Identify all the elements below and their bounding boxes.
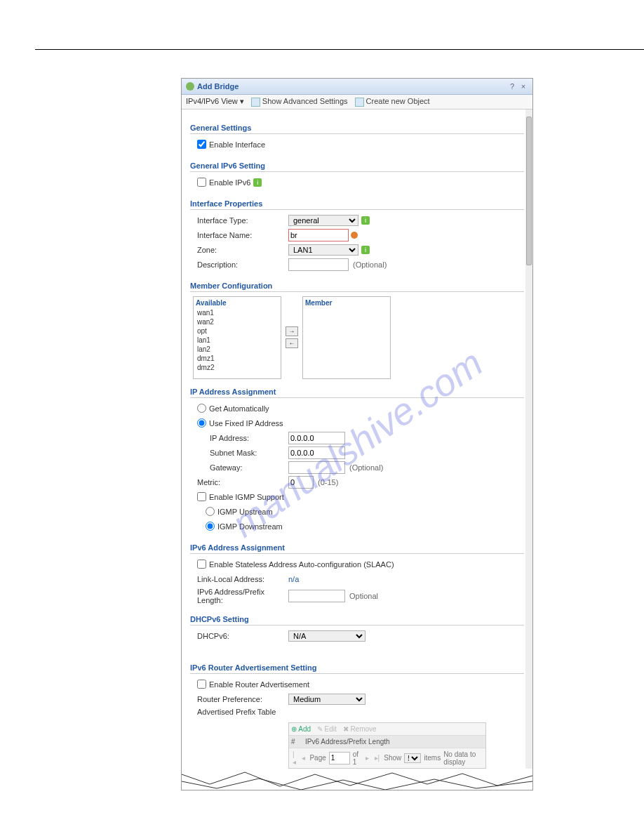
description-input[interactable] [288,258,349,271]
list-item[interactable]: dmz2 [196,363,279,372]
subnet-mask-input[interactable] [288,446,345,459]
member-legend: Member [305,299,388,307]
dialog-title: Add Bridge [197,82,506,91]
metric-hint: (0-15) [318,478,338,486]
first-page-button[interactable]: |◂ [291,750,297,766]
iface-name-input[interactable] [288,229,349,241]
ip-address-input[interactable] [288,432,345,444]
list-item[interactable]: wan2 [196,317,279,326]
view-dropdown[interactable]: IPv4/IPv6 View ▾ [186,97,244,106]
igmp-upstream-radio[interactable] [206,507,215,516]
section-member-config: Member Configuration [190,273,524,292]
move-right-button[interactable]: → [286,326,298,336]
section-general: General Settings [190,115,524,134]
prev-page-button[interactable]: ◂ [300,754,307,762]
col-num: # [291,738,305,746]
dhcpv6-label: DHCPv6: [197,632,288,640]
iface-type-select[interactable]: general [288,215,358,226]
table-edit-button[interactable]: ✎ Edit [317,725,337,733]
new-icon [355,98,364,107]
create-object-button[interactable]: Create new Object [355,97,430,107]
table-add-button[interactable]: ⊕ Add [291,725,311,733]
metric-input[interactable] [288,476,314,489]
prefix-table-label: Advertised Prefix Table [197,708,288,716]
igmp-checkbox[interactable] [197,492,206,501]
info-icon[interactable]: i [361,216,370,225]
page-of: of 1 [353,750,361,766]
available-legend: Available [196,299,279,307]
enable-ra-checkbox[interactable] [197,680,206,689]
list-item[interactable]: lan1 [196,336,279,345]
col-prefix: IPv6 Address/Prefix Length [305,738,390,746]
info-icon[interactable]: i [361,246,370,254]
linklocal-label: Link-Local Address: [197,575,288,583]
gateway-input[interactable] [288,461,345,474]
description-label: Description: [197,260,288,269]
prefix-table: ⊕ Add ✎ Edit ✖ Remove #IPv6 Address/Pref… [288,722,486,769]
linklocal-value: n/a [288,575,299,583]
show-label: Show [384,754,401,762]
add-icon [186,82,194,91]
move-left-button[interactable]: ← [286,338,298,348]
list-item[interactable]: opt [196,326,279,336]
section-ip-assignment: IP Address Assignment [190,379,524,398]
optional-hint: (Optional) [349,463,383,472]
enable-ipv6-checkbox[interactable] [197,178,206,187]
fixed-ip-radio[interactable] [197,418,206,428]
gateway-label: Gateway: [210,463,288,472]
page-label: Page [309,754,326,762]
enable-ipv6-label: Enable IPv6 [209,178,250,187]
router-pref-label: Router Preference: [197,695,288,703]
enable-interface-checkbox[interactable] [197,140,206,149]
ipv6-prefix-input[interactable] [288,590,345,602]
no-data-label: No data to display [443,750,483,766]
optional-hint: Optional [349,592,378,600]
iface-name-label: Interface Name: [197,231,288,239]
iface-type-label: Interface Type: [197,216,288,225]
slaac-checkbox[interactable] [197,560,206,569]
section-dhcpv6: DHCPv6 Setting [190,607,524,626]
close-button[interactable]: × [518,81,528,91]
list-item[interactable]: lan2 [196,345,279,354]
igmp-label: Enable IGMP Support [209,493,284,501]
slaac-label: Enable Stateless Address Auto-configurat… [209,560,394,569]
subnet-mask-label: Subnet Mask: [210,449,288,457]
igmp-upstream-label: IGMP Upstream [217,508,273,516]
table-remove-button[interactable]: ✖ Remove [343,725,377,733]
list-item[interactable]: wan1 [196,308,279,317]
dhcpv6-select[interactable]: N/A [288,630,365,642]
get-auto-label: Get Automatically [209,404,269,413]
section-ipv6-assignment: IPv6 Address Assignment [190,535,524,554]
help-button[interactable]: ? [507,81,517,91]
router-pref-select[interactable]: Medium [288,694,365,705]
ipv6-prefix-label: IPv6 Address/Prefix Length: [197,588,288,604]
info-icon[interactable]: i [253,178,262,187]
zone-label: Zone: [197,246,288,254]
show-advanced-toggle[interactable]: Show Advanced Settings [251,97,348,107]
page-size-select[interactable]: 50 [404,753,421,763]
enable-interface-label: Enable Interface [209,140,265,149]
zone-select[interactable]: LAN1 [288,244,358,256]
add-bridge-dialog: Add Bridge ? × IPv4/IPv6 View ▾ Show Adv… [181,78,533,790]
igmp-downstream-radio[interactable] [206,522,215,531]
toggle-icon [251,98,260,107]
metric-label: Metric: [197,478,288,486]
get-auto-radio[interactable] [197,404,206,413]
list-item[interactable]: dmz1 [196,354,279,363]
warning-icon [351,232,358,239]
fixed-ip-label: Use Fixed IP Address [209,419,283,428]
enable-ra-label: Enable Router Advertisement [209,680,309,689]
igmp-downstream-label: IGMP Downstream [217,522,283,531]
page-input[interactable] [329,752,350,764]
section-ipv6-ra: IPv6 Router Advertisement Setting [190,655,524,674]
torn-edge [182,769,532,790]
ip-address-label: IP Address: [210,434,288,442]
section-general-ipv6: General IPv6 Setting [190,153,524,172]
next-page-button[interactable]: ▸ [364,754,370,762]
toolbar: IPv4/IPv6 View ▾ Show Advanced Settings … [182,95,532,110]
member-listbox[interactable]: Member [302,296,391,379]
last-page-button[interactable]: ▸| [373,754,382,762]
dialog-titlebar: Add Bridge ? × [182,79,532,95]
available-listbox[interactable]: Available wan1 wan2 opt lan1 lan2 dmz1 d… [193,296,281,379]
section-interface-props: Interface Properties [190,191,524,210]
